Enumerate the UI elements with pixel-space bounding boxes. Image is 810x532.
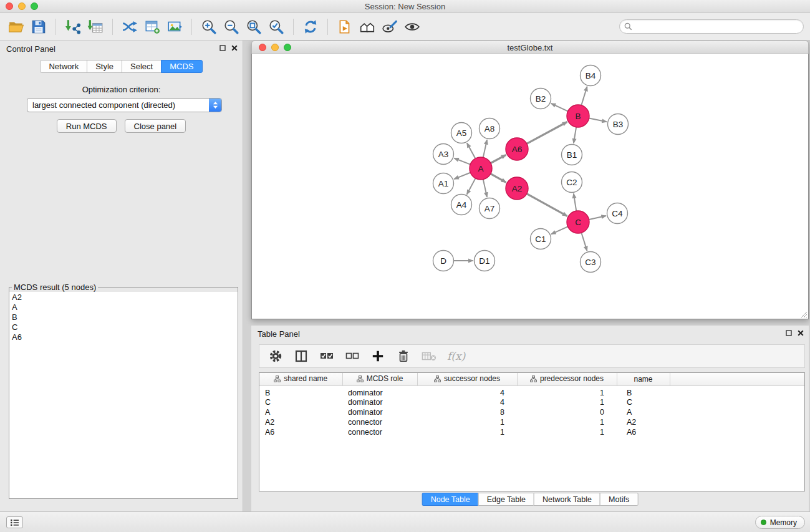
table-row[interactable]: A2connector11A2 [259,417,804,427]
table-settings-button[interactable] [268,349,283,364]
table-cell[interactable]: C [259,397,342,407]
table-cell[interactable]: B [259,385,342,397]
zoom-out-button[interactable] [220,16,243,37]
network-window-titlebar[interactable]: testGlobe.txt [251,41,809,54]
graph-edge-B-B3[interactable] [589,118,607,122]
table-cell[interactable]: 8 [417,407,517,417]
zoom-selected-button[interactable] [265,16,287,37]
import-network-file-button[interactable] [62,16,84,37]
mcds-result-item[interactable]: A2 [12,293,238,302]
graph-edge-A-A7[interactable] [483,180,487,197]
zoom-fit-button[interactable] [243,16,265,37]
table-cell[interactable]: dominator [342,385,417,397]
graph-edge-A-A4[interactable] [467,178,476,195]
table-cell[interactable]: 4 [417,385,517,397]
run-mcds-button[interactable]: Run MCDS [57,119,117,133]
graph-edge-A-A3[interactable] [454,158,470,165]
column-header-predecessor-nodes[interactable]: predecessor nodes [517,373,617,385]
tab-network[interactable]: Network [40,60,87,73]
table-cell[interactable]: A [617,407,670,417]
table-row[interactable]: Adominator80A [259,407,804,417]
graph-edge-C-C4[interactable] [589,216,606,220]
tab-select[interactable]: Select [122,60,162,73]
table-cell[interactable]: dominator [342,397,417,407]
graph-edge-B-B2[interactable] [551,104,568,112]
column-header-mcds-role[interactable]: MCDS role [342,373,417,385]
mcds-result-item[interactable]: B [12,312,238,322]
new-network-table-button[interactable] [141,16,163,37]
table-row[interactable]: Bdominator41B [259,385,804,397]
close-panel-button[interactable]: Close panel [125,119,186,133]
table-cell[interactable]: 1 [517,417,617,427]
graph-edge-B-B1[interactable] [574,127,576,143]
table-cell[interactable]: connector [342,427,417,437]
open-session-button[interactable] [5,16,27,37]
close-panel-icon[interactable] [231,45,238,51]
memory-button[interactable]: Memory [755,516,805,529]
graph-edge-A-A6[interactable] [491,155,506,163]
mcds-result-item[interactable]: A [12,302,238,312]
delete-table-button[interactable] [422,349,436,364]
apply-layout-button[interactable] [299,16,322,37]
column-header-shared-name[interactable]: shared name [259,373,342,385]
table-cell[interactable]: dominator [342,407,417,417]
table-cell[interactable]: A2 [259,417,342,427]
table-cell[interactable]: 1 [517,397,617,407]
graph-edge-A-A5[interactable] [467,143,476,158]
table-cell[interactable]: C [617,397,670,407]
show-selected-button[interactable] [401,16,423,37]
show-all-button[interactable] [356,16,378,37]
table-cell[interactable]: 1 [417,427,517,437]
table-cell[interactable]: A [259,407,342,417]
zoom-in-button[interactable] [198,16,220,37]
table-cell[interactable]: 1 [517,385,617,397]
table-cell[interactable]: 1 [417,417,517,427]
optimization-criterion-select[interactable]: largest connected component (directed) [27,98,222,112]
tab-node-table[interactable]: Node Table [422,493,479,506]
float-panel-icon[interactable] [219,45,226,51]
graph-edge-A-A1[interactable] [454,173,470,179]
export-image-button[interactable] [163,16,186,37]
graph-edge-A-A8[interactable] [483,140,487,157]
table-cell[interactable]: 4 [417,397,517,407]
save-session-button[interactable] [27,16,50,37]
table-cell[interactable]: A2 [617,417,670,427]
hide-selected-button[interactable] [378,16,401,37]
task-history-button[interactable] [6,516,23,528]
mcds-result-item[interactable]: A6 [12,332,238,342]
deselect-all-button[interactable] [345,349,360,364]
graph-edge-C-C1[interactable] [551,226,568,234]
delete-column-button[interactable] [396,349,411,364]
table-row[interactable]: A6connector11A6 [259,427,804,437]
graph-edge-A6-B[interactable] [527,122,567,144]
close-panel-icon[interactable] [798,330,804,336]
graph-edge-B-B4[interactable] [581,87,587,105]
import-table-file-button[interactable] [84,16,107,37]
table-cell[interactable]: 1 [517,427,617,437]
tab-edge-table[interactable]: Edge Table [478,493,534,506]
tab-style[interactable]: Style [87,60,122,73]
tab-mcds[interactable]: MCDS [161,60,202,73]
table-cell[interactable]: A6 [259,427,342,437]
function-builder-button[interactable]: f(x) [447,349,465,364]
mcds-result-item[interactable]: C [12,322,238,332]
tab-motifs[interactable]: Motifs [600,493,638,506]
show-columns-button[interactable] [294,349,309,364]
table-cell[interactable]: 0 [517,407,617,417]
table-cell[interactable]: A6 [617,427,670,437]
graph-edge-A2-C[interactable] [527,194,567,216]
graph-edge-C-C3[interactable] [581,233,587,251]
new-network-button[interactable] [118,16,141,37]
column-header-successor-nodes[interactable]: successor nodes [417,373,517,385]
search-input[interactable] [632,22,803,31]
graph-edge-C-C2[interactable] [574,193,576,211]
table-cell[interactable]: B [617,385,670,397]
resize-grip-icon[interactable] [799,310,808,318]
column-header-name[interactable]: name [617,373,670,385]
tab-network-table[interactable]: Network Table [534,493,600,506]
graph-edge-A-A2[interactable] [491,174,506,183]
first-neighbors-button[interactable] [334,16,356,37]
float-panel-icon[interactable] [786,330,792,336]
add-column-button[interactable] [370,349,385,364]
table-cell[interactable]: connector [342,417,417,427]
